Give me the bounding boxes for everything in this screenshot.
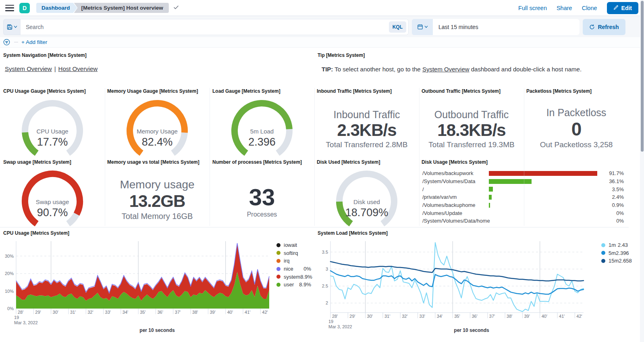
legend-label: nice <box>284 266 293 272</box>
menu-icon[interactable] <box>5 5 14 11</box>
disk-bar-zone <box>489 179 597 184</box>
svg-text:19: 19 <box>14 315 19 320</box>
breadcrumb: Dashboard [Metrics System] Host overview <box>36 3 169 13</box>
refresh-button[interactable]: Refresh <box>583 19 625 35</box>
disk-usage-bar <box>489 171 597 176</box>
svg-text:34': 34' <box>123 310 128 315</box>
panel-title-disk-usage: Disk Usage [Metrics System] <box>422 159 488 165</box>
panel-divider <box>105 88 105 226</box>
metric-label: In Packetloss <box>546 106 607 119</box>
svg-text:42': 42' <box>576 314 582 319</box>
metric-subtitle: Total Memory 16GB <box>122 211 193 221</box>
swap-usage-gauge: Swap usage 90.7% <box>12 167 93 234</box>
cpu-usage-gauge: CPU Usage 17.7% <box>12 97 93 163</box>
add-filter-button[interactable]: + Add filter <box>21 39 47 45</box>
saved-query-button[interactable] <box>3 19 20 35</box>
calendar-button[interactable] <box>412 19 433 35</box>
svg-text:40': 40' <box>542 314 547 319</box>
edit-button[interactable]: Edit <box>607 2 638 14</box>
search-input[interactable] <box>20 24 389 30</box>
legend-item[interactable]: user8.9% <box>276 281 311 289</box>
disk-usage-bar <box>489 179 532 184</box>
disk-usage-row: /private/var/vm2.4% <box>422 193 624 201</box>
legend-value: 2.43 <box>618 242 628 248</box>
legend-item[interactable]: 1m2.43 <box>601 241 628 249</box>
disk-usage-row: /Volumes/backupwork91.7% <box>422 169 624 177</box>
scrollbar-thumb[interactable] <box>641 1 644 152</box>
legend-item[interactable]: irq <box>276 257 311 265</box>
disk-path-label: / <box>422 186 489 192</box>
gauge-label: 5m Load <box>222 128 302 135</box>
legend-item[interactable]: system8.9% <box>276 273 311 281</box>
legend-label: iowait <box>284 242 297 248</box>
breadcrumb-current-page[interactable]: [Metrics System] Host overview <box>74 3 169 13</box>
panel-title-system-navigation: System Navigation [Metrics System] <box>3 52 87 58</box>
legend-item[interactable]: iowait <box>276 241 311 249</box>
disk-bar-zone <box>489 211 597 215</box>
metric-label: Inbound Traffic <box>334 108 400 121</box>
disk-usage-value: 0% <box>597 210 624 216</box>
svg-text:37': 37' <box>175 310 181 315</box>
legend-item[interactable]: 5m2.396 <box>601 249 628 257</box>
disk-bar-zone <box>489 171 597 176</box>
share-link[interactable]: Share <box>557 5 572 11</box>
legend-item[interactable]: softirq <box>276 249 311 257</box>
svg-text:28': 28' <box>18 310 23 315</box>
full-screen-link[interactable]: Full screen <box>518 5 547 11</box>
memory-vs-total-metric: Memory usage 13.2GB Total Memory 16GB <box>105 167 210 232</box>
gauge-value: 2.396 <box>222 136 302 148</box>
kql-button[interactable]: KQL <box>389 21 406 33</box>
system-overview-link[interactable]: System Overview <box>5 65 52 72</box>
cpu-usage-chart: 0%10%20%30%28'29'30'31'32'33'34'35'36'37… <box>0 228 314 342</box>
legend-label: 5m <box>609 250 616 256</box>
system-navigation-links: System Overview|Host Overview <box>5 65 98 72</box>
legend-label: softirq <box>284 250 298 256</box>
system-load-chart-legend: 1m2.435m2.39615m2.658 <box>601 241 628 265</box>
system-load-x-axis-label: per 10 seconds <box>314 327 629 333</box>
panel-title-memory-vs-total: Memory usage vs total [Metrics System] <box>107 159 199 165</box>
svg-text:32': 32' <box>402 314 407 319</box>
svg-text:19: 19 <box>328 319 333 324</box>
svg-text:38': 38' <box>507 314 512 319</box>
svg-text:38': 38' <box>192 310 198 315</box>
time-range-value[interactable]: Last 15 minutes <box>433 19 580 35</box>
host-overview-link[interactable]: Host Overview <box>58 65 98 72</box>
cpu-chart-x-axis-label: per 10 seconds <box>0 327 314 333</box>
disk-usage-value: 36.1% <box>597 178 624 184</box>
svg-text:31': 31' <box>384 314 390 319</box>
inbound-traffic-metric: Inbound Traffic 2.3KB/s Total Transferre… <box>314 97 419 161</box>
svg-text:31': 31' <box>70 310 76 315</box>
disk-usage-bar <box>489 203 490 208</box>
legend-dot-icon <box>276 243 280 247</box>
panel-divider <box>419 88 420 226</box>
disk-path-label: /System/Volumes/Data <box>422 178 489 184</box>
legend-item[interactable]: nice0% <box>276 265 311 273</box>
legend-dot-icon <box>276 259 280 263</box>
svg-text:3.5: 3.5 <box>322 250 328 254</box>
legend-dot-icon <box>276 267 280 271</box>
legend-dot-icon <box>601 243 605 247</box>
app-icon[interactable]: D <box>19 3 30 13</box>
disk-usage-row: /3.5% <box>422 185 624 193</box>
tip-text: TIP: To select another host, go to the S… <box>322 66 582 73</box>
svg-text:2.5: 2.5 <box>322 284 328 288</box>
svg-text:33': 33' <box>420 314 425 319</box>
breadcrumb-dashboard[interactable]: Dashboard <box>36 3 77 13</box>
clone-link[interactable]: Clone <box>582 5 597 11</box>
disk-usage-list: /Volumes/backupwork91.7%/System/Volumes/… <box>422 169 624 225</box>
legend-value: 0% <box>303 266 311 272</box>
svg-text:42': 42' <box>262 310 268 315</box>
disk-path-label: /Volumes/backuphome <box>422 202 489 208</box>
legend-item[interactable]: 15m2.658 <box>601 257 628 265</box>
disk-usage-row: /System/Volumes/Data/home0% <box>422 217 624 225</box>
panel-title-cpu-gauge: CPU Usage Gauge [Metrics System] <box>3 88 86 94</box>
svg-text:37': 37' <box>489 314 495 319</box>
metric-value: 33 <box>249 185 275 210</box>
disk-usage-value: 0% <box>597 218 624 224</box>
gauge-label: Disk used <box>326 198 407 205</box>
svg-text:30': 30' <box>367 314 373 319</box>
disk-path-label: /private/var/vm <box>422 194 489 200</box>
scrollbar-track[interactable] <box>640 0 644 342</box>
filter-icon[interactable] <box>3 39 10 46</box>
tip-system-overview-link[interactable]: System Overview <box>422 66 469 73</box>
